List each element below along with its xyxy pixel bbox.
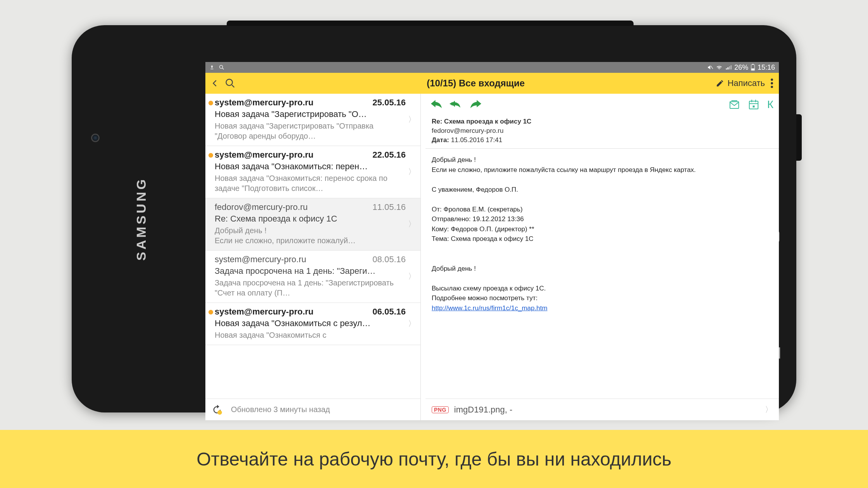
overflow-menu-icon[interactable]	[770, 78, 773, 89]
message-row[interactable]: system@mercury-pro.ru06.05.16Новая задач…	[205, 303, 420, 345]
clock: 15:16	[758, 64, 775, 72]
row-preview: Новая задача "Ознакомиться с	[215, 330, 406, 340]
search-status-icon	[219, 64, 225, 70]
chevron-right-icon: 〉	[763, 404, 773, 415]
message-list[interactable]: system@mercury-pro.ru25.05.16Новая задач…	[205, 94, 420, 399]
row-sender: system@mercury-pro.ru	[215, 150, 369, 160]
chevron-right-icon: 〉	[406, 219, 416, 229]
row-date: 22.05.16	[372, 150, 406, 160]
reply-all-icon[interactable]	[450, 100, 463, 109]
svg-rect-3	[211, 69, 214, 69]
row-date: 11.05.16	[372, 202, 406, 212]
split-layout: system@mercury-pro.ru25.05.16Новая задач…	[205, 94, 779, 420]
search-icon[interactable]	[225, 78, 236, 89]
banner-text: Отвечайте на рабочую почту, где бы вы ни…	[196, 448, 671, 470]
svg-rect-17	[749, 101, 758, 109]
upload-icon	[209, 65, 215, 70]
row-date: 06.05.16	[372, 307, 406, 317]
row-subject: Новая задача "Ознакомиться: перен…	[215, 162, 406, 172]
status-bar: 26% 15:16	[205, 62, 779, 73]
svg-point-12	[771, 79, 773, 81]
screen: 26% 15:16 (10/15) Все входящие Написать …	[205, 62, 779, 420]
refresh-status: Обновлено 3 минуты назад	[231, 405, 330, 414]
tablet-frame: SAMSUNG 26% 15:16	[72, 25, 796, 412]
app-bar: (10/15) Все входящие Написать	[205, 73, 779, 94]
battery-icon	[751, 64, 755, 71]
message-row[interactable]: system@mercury-pro.ru22.05.16Новая задач…	[205, 146, 420, 198]
svg-line-11	[232, 85, 234, 88]
row-subject: Задача просрочена на 1 день: "Зареги…	[215, 266, 406, 276]
row-date: 25.05.16	[372, 98, 406, 108]
message-header: Re: Схема проезда к офису 1С fedorov@mer…	[425, 115, 779, 149]
svg-point-4	[220, 65, 223, 69]
reply-icon[interactable]	[431, 100, 442, 109]
row-sender: system@mercury-pro.ru	[215, 254, 369, 265]
svg-point-14	[771, 86, 773, 88]
row-preview: Новая задача "Ознакомиться: перенос срок…	[215, 173, 406, 193]
svg-rect-9	[751, 69, 754, 70]
svg-line-6	[711, 66, 713, 69]
chevron-right-icon: 〉	[406, 167, 416, 177]
calendar-icon[interactable]	[748, 99, 760, 110]
message-list-pane: system@mercury-pro.ru25.05.16Новая задач…	[205, 94, 421, 420]
unread-dot	[208, 101, 213, 105]
svg-line-5	[222, 68, 224, 69]
chevron-right-icon: 〉	[406, 271, 416, 282]
battery-pct: 26%	[734, 64, 748, 72]
forward-icon[interactable]	[470, 100, 481, 109]
msg-subject: Re: Схема проезда к офису 1С	[432, 118, 531, 125]
msg-date-label: Дата:	[432, 136, 449, 144]
back-icon[interactable]	[211, 79, 219, 88]
row-subject: Новая задача "Зарегистрировать "О…	[215, 109, 406, 119]
compose-label: Написать	[727, 78, 765, 88]
row-sender: fedorov@mercury-pro.ru	[215, 202, 369, 212]
svg-rect-8	[752, 64, 754, 65]
attachment-bar[interactable]: PNG imgD191.png, - 〉	[425, 399, 779, 420]
row-sender: system@mercury-pro.ru	[215, 307, 369, 317]
page-title: (10/15) Все входящие	[241, 78, 710, 89]
compose-button[interactable]: Написать	[716, 78, 765, 88]
msg-from: fedorov@mercury-pro.ru	[432, 126, 773, 136]
row-preview: Задача просрочена на 1 день: "Зарегистри…	[215, 278, 406, 298]
avatar-letter[interactable]: К	[767, 98, 773, 111]
device-brand: SAMSUNG	[134, 177, 149, 261]
svg-rect-21	[753, 106, 754, 108]
message-row[interactable]: system@mercury-pro.ru08.05.16Задача прос…	[205, 251, 420, 303]
pencil-icon	[716, 79, 724, 88]
svg-point-13	[771, 82, 773, 84]
message-view-pane: К Re: Схема проезда к офису 1С fedorov@m…	[425, 94, 779, 420]
row-subject: Re: Схема проезда к офису 1С	[215, 214, 406, 224]
message-row[interactable]: fedorov@mercury-pro.ru11.05.16Re: Схема …	[205, 198, 420, 251]
row-preview: Новая задача "Зарегистрировать "Отправка…	[215, 121, 406, 141]
chevron-right-icon: 〉	[406, 318, 416, 329]
marketing-banner: Отвечайте на рабочую почту, где бы вы ни…	[0, 430, 868, 488]
svg-point-15	[217, 410, 222, 415]
attachment-type-badge: PNG	[432, 406, 449, 413]
message-body[interactable]: Добрый день !Если не сложно, приложите п…	[425, 149, 779, 399]
message-toolbar: К	[425, 94, 779, 115]
row-sender: system@mercury-pro.ru	[215, 98, 369, 108]
row-subject: Новая задача "Ознакомиться с резул…	[215, 318, 406, 328]
list-footer: Обновлено 3 минуты назад	[205, 399, 420, 420]
chevron-right-icon: 〉	[406, 114, 416, 125]
signal-icon	[725, 64, 732, 70]
svg-point-10	[226, 79, 232, 86]
mute-icon	[707, 64, 713, 70]
msg-date-value: 11.05.2016 17:41	[451, 136, 502, 144]
message-link[interactable]: http://www.1c.ru/rus/firm1c/1c_map.htm	[432, 304, 548, 312]
wifi-icon	[716, 64, 723, 70]
unread-dot	[208, 153, 213, 158]
unread-dot	[208, 310, 213, 314]
attachment-name: imgD191.png, -	[454, 405, 757, 415]
power-button[interactable]	[796, 114, 802, 161]
refresh-icon[interactable]	[212, 404, 222, 415]
row-date: 08.05.16	[372, 254, 406, 265]
row-preview: Добрый день !Если не сложно, приложите п…	[215, 225, 406, 246]
front-camera	[91, 134, 100, 142]
message-row[interactable]: system@mercury-pro.ru25.05.16Новая задач…	[205, 94, 420, 146]
inbox-icon[interactable]	[728, 99, 740, 110]
